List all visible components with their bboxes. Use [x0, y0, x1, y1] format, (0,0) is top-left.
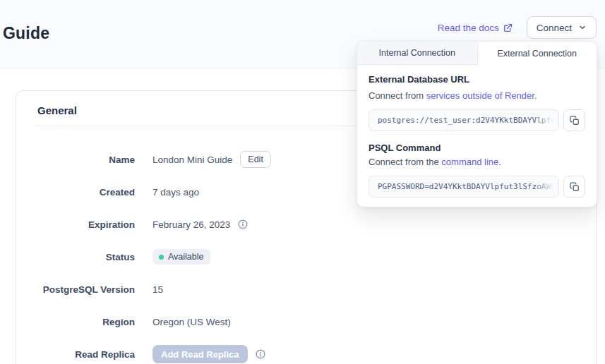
connection-tabs: Internal Connection External Connection [357, 42, 597, 65]
row-expiration-label: Expiration [16, 219, 135, 230]
status-dot-icon [159, 255, 164, 260]
psql-command-desc: Connect from the command line. [369, 157, 585, 167]
edit-name-button[interactable]: Edit [240, 151, 271, 168]
external-db-url-field[interactable]: postgres://test_user:d2V4YKktBDAYVlpfut3… [369, 109, 559, 131]
add-read-replica-button[interactable]: Add Read Replica [152, 345, 248, 363]
created-value: 7 days ago [152, 187, 199, 198]
row-status: Status Available [16, 241, 596, 273]
expiration-value: February 26, 2023 [152, 219, 230, 230]
row-expiration: Expiration February 26, 2023 [16, 208, 596, 241]
read-the-docs-link[interactable]: Read the docs [438, 23, 513, 33]
row-read-replica-label: Read Replica [16, 349, 135, 360]
row-read-replica: Read Replica Add Read Replica [16, 338, 596, 364]
expiration-info-icon[interactable] [238, 219, 248, 229]
psql-command-field[interactable]: PGPASSWORD=d2V4YKktBDAYVlpfut3lSfzoAWhwb… [369, 176, 559, 198]
read-replica-info-icon[interactable] [256, 349, 265, 359]
row-status-label: Status [16, 252, 135, 262]
external-db-url-heading: External Database URL [369, 74, 585, 85]
copy-icon [570, 116, 580, 126]
services-outside-render-link[interactable]: services outside of Render [426, 90, 534, 101]
pg-version-value: 15 [152, 284, 163, 295]
page-title: Guide [3, 24, 49, 43]
desc-text: . [498, 157, 501, 167]
row-pg-version-label: PostgreSQL Version [16, 284, 135, 295]
connect-popover: Internal Connection External Connection … [357, 41, 597, 207]
row-created-label: Created [16, 187, 135, 198]
copy-psql-command-button[interactable] [563, 176, 585, 198]
connect-button-label: Connect [537, 23, 572, 33]
database-name-value: London Mini Guide [152, 154, 232, 165]
docs-link-label: Read the docs [438, 23, 499, 33]
chevron-down-icon [578, 23, 587, 32]
external-db-url-desc: Connect from services outside of Render. [369, 90, 585, 101]
psql-command-heading: PSQL Command [369, 142, 585, 153]
tab-external-connection[interactable]: External Connection [477, 42, 597, 65]
external-link-icon [503, 23, 513, 32]
command-line-link[interactable]: command line [441, 157, 498, 167]
header-actions: Read the docs Connect [438, 16, 597, 39]
row-region-label: Region [16, 317, 135, 327]
copy-external-url-button[interactable] [563, 109, 585, 131]
region-value: Oregon (US West) [152, 317, 231, 327]
row-pg-version: PostgreSQL Version 15 [16, 273, 596, 305]
desc-text: Connect from the [369, 157, 441, 167]
desc-text: . [534, 90, 537, 101]
tab-internal-connection[interactable]: Internal Connection [357, 42, 477, 65]
status-badge-label: Available [168, 252, 204, 262]
external-connection-panel: External Database URL Connect from servi… [357, 65, 597, 198]
row-name-label: Name [16, 154, 135, 165]
row-region: Region Oregon (US West) [16, 305, 596, 338]
desc-text: Connect from [369, 90, 426, 101]
copy-icon [570, 182, 580, 192]
connect-button[interactable]: Connect [527, 16, 597, 39]
status-badge: Available [152, 249, 210, 265]
